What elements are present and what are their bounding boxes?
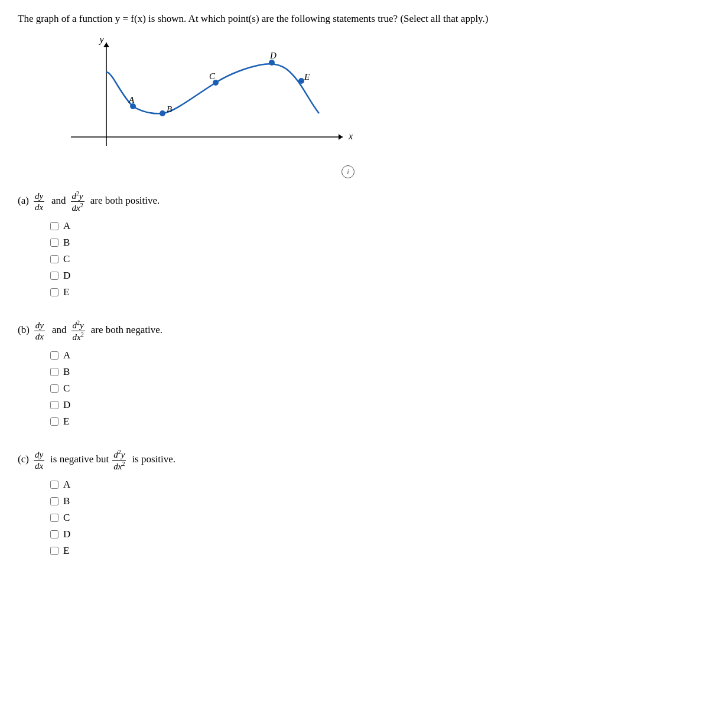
part-c-checkbox-B[interactable] [50,497,58,505]
part-c-label-A: A [63,479,70,491]
part-a-option-C: C [50,253,691,265]
part-a-checkbox-D[interactable] [50,272,58,280]
graph-svg: y x A B C D E [35,37,366,172]
part-a-option-A: A [50,220,691,232]
part-c-label-D: D [63,528,70,540]
fraction-d2y-dx2-b: d2y dx2 [71,319,85,342]
part-b-label-D: D [63,399,70,411]
numerator-dy-a: dy [34,191,44,202]
denominator-dx2-a: dx2 [71,202,84,213]
part-c-option-E: E [50,545,691,557]
svg-point-14 [298,78,304,84]
part-b-label-B: B [63,366,70,378]
fraction-dy-dx-b: dy dx [34,320,45,342]
svg-text:E: E [304,72,310,81]
part-a-letter: (a) [18,195,29,207]
part-c-label-E: E [63,545,69,557]
part-a-checkbox-E[interactable] [50,288,58,296]
svg-point-12 [269,60,275,66]
part-a-statement: are both positive. [90,195,160,207]
and-b: and [52,324,67,336]
part-a-label-A: A [63,220,70,232]
part-a-label-E: E [63,286,69,298]
part-a-option-E: E [50,286,691,298]
part-c-checkbox-E[interactable] [50,547,58,555]
numerator-dy-b: dy [34,320,45,331]
part-c-checkbox-C[interactable] [50,514,58,522]
denominator-dx2-c: dx2 [112,461,126,472]
part-a-label-row: (a) dy dx and d2y dx2 are both positive. [18,190,691,213]
info-icon[interactable]: i [342,165,354,178]
part-c-label-B: B [63,495,70,507]
denominator-dx2-b: dx2 [71,331,85,342]
part-c-letter: (c) [18,453,29,465]
dy-dx-b: dy dx [33,320,46,342]
part-b-option-A: A [50,350,691,361]
denominator-dx-a: dx [34,202,44,213]
part-b-letter: (b) [18,324,30,336]
part-c-block: (c) dy dx is negative but d2y dx2 is pos… [18,449,691,557]
denominator-dx-b: dx [34,331,45,342]
part-b-label-E: E [63,416,69,427]
part-b-label-row: (b) dy dx and d2y dx2 are both negative. [18,319,691,342]
part-b-checkbox-D[interactable] [50,401,58,409]
part-b-options: A B C D E [50,350,691,427]
part-a-option-B: B [50,237,691,249]
part-c-option-A: A [50,479,691,491]
part-c-option-C: C [50,512,691,524]
part-a-checkbox-B[interactable] [50,239,58,247]
part-c-option-D: D [50,528,691,540]
intro-text: The graph of a function y = f(x) is show… [18,12,691,26]
part-b-checkbox-C[interactable] [50,384,58,393]
part-b-block: (b) dy dx and d2y dx2 are both negative.… [18,319,691,427]
svg-text:y: y [98,37,104,45]
part-b-option-D: D [50,399,691,411]
part-c-label-row: (c) dy dx is negative but d2y dx2 is pos… [18,449,691,472]
part-a-label-D: D [63,270,70,282]
and-a: and [51,195,66,207]
fraction-dy-dx-a: dy dx [34,191,44,213]
graph-container: y x A B C D E i [35,37,366,172]
part-c-statement-post: is positive. [132,453,175,465]
part-a-label-C: C [63,253,70,265]
numerator-d2y-a: d2y [71,190,84,202]
fraction-d2y-dx2-c: d2y dx2 [112,449,126,472]
svg-marker-3 [103,43,109,47]
part-c-checkbox-A[interactable] [50,481,58,489]
d2y-dx2-a: d2y dx2 [70,190,86,213]
part-a-label-B: B [63,237,70,249]
part-a-options: A B C D E [50,220,691,298]
part-b-option-C: C [50,383,691,394]
svg-text:C: C [209,71,216,81]
part-a-option-D: D [50,270,691,282]
part-b-label-C: C [63,383,70,394]
fraction-dy-dx-c: dy dx [34,449,44,471]
svg-text:A: A [128,95,135,105]
numerator-dy-c: dy [34,449,44,461]
d2y-dx2-c: d2y dx2 [111,449,127,472]
part-a-block: (a) dy dx and d2y dx2 are both positive.… [18,190,691,298]
part-b-checkbox-A[interactable] [50,351,58,360]
part-b-checkbox-E[interactable] [50,417,58,426]
part-c-options: A B C D E [50,479,691,557]
part-c-option-B: B [50,495,691,507]
part-b-option-E: E [50,416,691,427]
dy-dx-c: dy dx [32,449,45,471]
dy-dx-a: dy dx [32,191,45,213]
part-b-option-B: B [50,366,691,378]
part-b-checkbox-B[interactable] [50,368,58,376]
denominator-dx-c: dx [34,461,44,471]
svg-text:B: B [167,105,172,114]
part-c-statement-pre: is negative but [50,453,109,465]
part-b-label-A: A [63,350,70,361]
part-c-label-C: C [63,512,70,524]
numerator-d2y-b: d2y [71,319,85,331]
svg-marker-1 [339,134,343,140]
d2y-dx2-b: d2y dx2 [70,319,86,342]
part-c-checkbox-D[interactable] [50,530,58,538]
svg-text:D: D [269,51,277,60]
numerator-d2y-c: d2y [112,449,126,461]
part-a-checkbox-A[interactable] [50,222,58,230]
part-a-checkbox-C[interactable] [50,255,58,263]
fraction-d2y-dx2-a: d2y dx2 [71,190,84,213]
